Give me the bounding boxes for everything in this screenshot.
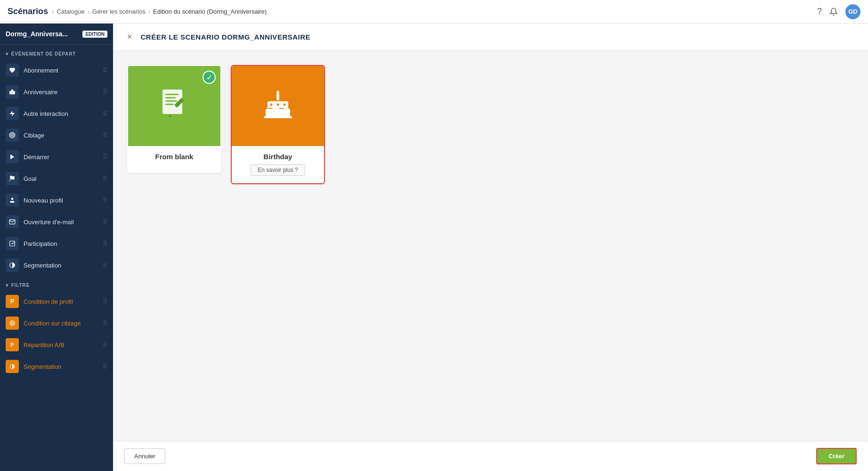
top-nav: Scénarios › Catalogue › Gérer les scénar… (0, 0, 868, 24)
drag-handle[interactable]: ⠿ (103, 319, 107, 327)
goal-icon (6, 172, 19, 185)
drag-handle[interactable]: ⠿ (103, 131, 107, 139)
drag-handle[interactable]: ⠿ (103, 88, 107, 96)
svg-rect-16 (165, 104, 174, 105)
svg-marker-2 (10, 111, 15, 116)
goal-label: Goal (24, 175, 98, 182)
help-button[interactable]: ? (817, 7, 822, 16)
svg-rect-14 (165, 97, 176, 98)
svg-rect-27 (264, 116, 292, 118)
sidebar-item-goal[interactable]: Goal ⠿ (0, 168, 113, 189)
abonnement-icon (6, 64, 19, 77)
svg-point-5 (12, 135, 13, 136)
creer-button[interactable]: Créer (816, 448, 857, 464)
segmentation-filtre-icon (6, 360, 19, 373)
sidebar-item-autre-interaction[interactable]: Autre interaction ⠿ (0, 103, 113, 124)
sidebar-item-demarrer[interactable]: Démarrer ⠿ (0, 146, 113, 168)
sidebar-item-abonnement[interactable]: Abonnement ⠿ (0, 59, 113, 81)
condition-ciblage-icon (6, 317, 19, 330)
repartition-ab-label: Répartition A/B (24, 341, 98, 349)
template-card-birthday[interactable]: Birthday En savoir plus ? (231, 65, 325, 184)
sidebar-item-segmentation[interactable]: Segmentation ⠿ (0, 254, 113, 276)
sidebar-item-ciblage[interactable]: Ciblage ⠿ (0, 124, 113, 146)
sidebar-item-condition-profil[interactable]: P Condition de profil ⠿ (0, 291, 113, 312)
edition-badge: EDITION (82, 31, 107, 38)
drag-handle[interactable]: ⠿ (103, 196, 107, 204)
birthday-title: Birthday (237, 153, 318, 161)
autre-interaction-icon (6, 107, 19, 120)
from-blank-title: From blank (134, 153, 215, 161)
breadcrumb: › Catalogue › Gérer les scénarios › Edit… (52, 8, 267, 15)
nav-icons: ? GD (817, 4, 860, 19)
sidebar-item-repartition-ab[interactable]: P Répartition A/B ⠿ (0, 334, 113, 356)
sidebar-item-nouveau-profil[interactable]: Nouveau profil ⠿ (0, 189, 113, 211)
cards-area: ✓ From blank (113, 51, 868, 441)
section-evenement-title: ▾ ÉVÈNEMENT DE DÉPART (0, 45, 113, 59)
sidebar-item-anniversaire[interactable]: Anniversaire ⠿ (0, 81, 113, 103)
nouveau-profil-icon (6, 194, 19, 207)
drag-handle[interactable]: ⠿ (103, 240, 107, 247)
svg-rect-15 (165, 100, 177, 102)
svg-rect-9 (10, 241, 15, 246)
content-area: × CRÉER LE SCENARIO DORMG_ANNIVERSAIRE ✓ (113, 24, 868, 471)
svg-point-24 (284, 104, 286, 106)
birthday-image (232, 66, 324, 146)
demarrer-icon (6, 150, 19, 163)
svg-point-4 (11, 134, 14, 137)
template-card-from-blank[interactable]: ✓ From blank (127, 65, 221, 173)
svg-marker-18 (168, 114, 172, 117)
abonnement-label: Abonnement (24, 67, 98, 74)
drag-handle[interactable]: ⠿ (103, 341, 107, 349)
demarrer-label: Démarrer (24, 154, 98, 161)
drag-handle[interactable]: ⠿ (103, 175, 107, 182)
ouverture-email-label: Ouverture d'e-mail (24, 219, 98, 226)
drag-handle[interactable]: ⠿ (103, 218, 107, 226)
app-title: Scénarios (8, 7, 48, 16)
autre-interaction-label: Autre interaction (24, 110, 98, 117)
drag-handle[interactable]: ⠿ (103, 66, 107, 74)
segmentation-label: Segmentation (24, 262, 98, 269)
bottom-bar: Annuler Créer (113, 441, 868, 471)
svg-point-10 (10, 321, 15, 325)
annuler-button[interactable]: Annuler (124, 448, 165, 464)
breadcrumb-catalogue[interactable]: Catalogue (57, 8, 84, 15)
condition-ciblage-label: Condition sur ciblage (24, 320, 98, 327)
nouveau-profil-label: Nouveau profil (24, 197, 98, 204)
selected-check: ✓ (203, 71, 216, 84)
sidebar-item-condition-ciblage[interactable]: Condition sur ciblage ⠿ (0, 312, 113, 334)
drag-handle[interactable]: ⠿ (103, 153, 107, 161)
drag-handle[interactable]: ⠿ (103, 298, 107, 305)
svg-rect-13 (165, 94, 178, 95)
ciblage-label: Ciblage (24, 132, 98, 139)
svg-point-20 (276, 90, 279, 95)
segmentation-filtre-label: Segmentation (24, 363, 98, 370)
drag-handle[interactable]: ⠿ (103, 110, 107, 117)
svg-point-8 (11, 198, 14, 200)
learn-more-button[interactable]: En savoir plus ? (251, 164, 305, 176)
dialog-close-button[interactable]: × (124, 31, 135, 43)
participation-icon (6, 237, 19, 250)
svg-point-22 (270, 104, 273, 106)
sidebar-item-segmentation-filtre[interactable]: Segmentation ⠿ (0, 356, 113, 377)
from-blank-image: ✓ (128, 66, 220, 146)
svg-point-11 (11, 322, 13, 324)
svg-point-23 (277, 104, 279, 106)
repartition-ab-icon: P (6, 338, 19, 351)
avatar[interactable]: GD (845, 4, 860, 19)
ciblage-icon (6, 129, 19, 142)
svg-marker-6 (10, 154, 14, 160)
drag-handle[interactable]: ⠿ (103, 261, 107, 269)
ouverture-email-icon (6, 215, 19, 228)
sidebar: Dormg_Anniversa... EDITION ▾ ÉVÈNEMENT D… (0, 24, 113, 471)
drag-handle[interactable]: ⠿ (103, 363, 107, 370)
anniversaire-icon (6, 85, 19, 98)
dialog-header: × CRÉER LE SCENARIO DORMG_ANNIVERSAIRE (113, 24, 868, 51)
sidebar-item-ouverture-email[interactable]: Ouverture d'e-mail ⠿ (0, 211, 113, 233)
dialog-title: CRÉER LE SCENARIO DORMG_ANNIVERSAIRE (141, 33, 311, 41)
breadcrumb-gerer[interactable]: Gérer les scénarios (92, 8, 146, 15)
bell-button[interactable] (829, 8, 838, 16)
condition-profil-label: Condition de profil (24, 298, 98, 305)
participation-label: Participation (24, 240, 98, 247)
sidebar-item-participation[interactable]: Participation ⠿ (0, 233, 113, 254)
sidebar-scenario-header: Dormg_Anniversa... EDITION (0, 24, 113, 45)
